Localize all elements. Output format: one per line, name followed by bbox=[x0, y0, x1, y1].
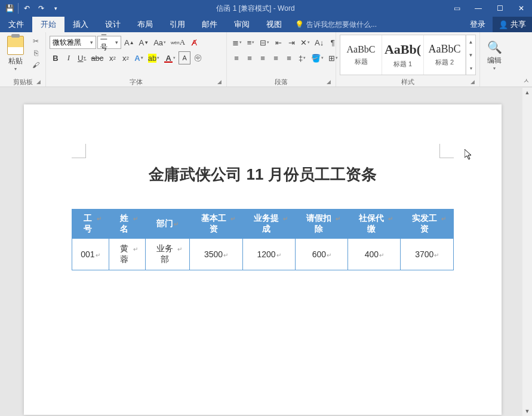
bold-button[interactable]: B bbox=[50, 51, 61, 64]
cell-net[interactable]: 3700 bbox=[415, 249, 433, 259]
decrease-indent-icon[interactable]: ⇤ bbox=[272, 36, 284, 49]
undo-icon[interactable]: ↶ bbox=[20, 1, 34, 16]
group-clipboard: 粘贴 ▾ ✂ ⎘ 🖌 剪贴板 ◢ bbox=[0, 32, 46, 87]
tell-me-placeholder: 告诉我您想要做什么... bbox=[306, 20, 377, 30]
tab-references[interactable]: 引用 bbox=[161, 17, 193, 32]
font-name-combo[interactable]: 微软雅黑 bbox=[50, 36, 96, 49]
page[interactable]: 金庸武侠公司 11 月份员工工资条 工号↵ 姓名↵ 部门↵ 基本工资↵ 业务提成… bbox=[24, 104, 502, 415]
strikethrough-button[interactable]: abc bbox=[89, 51, 105, 64]
share-button[interactable]: 👤 共享 bbox=[493, 17, 532, 32]
paste-button[interactable]: 粘贴 ▾ bbox=[4, 33, 27, 72]
cell-dept[interactable]: 业务部 bbox=[153, 244, 177, 265]
underline-button[interactable]: U▾ bbox=[76, 51, 88, 64]
style-heading2[interactable]: AaBbC 标题 2 bbox=[424, 35, 466, 75]
tab-layout[interactable]: 布局 bbox=[129, 17, 161, 32]
scroll-up-icon[interactable]: ▲ bbox=[522, 88, 532, 97]
superscript-button[interactable]: x2 bbox=[119, 51, 131, 64]
ribbon: 粘贴 ▾ ✂ ⎘ 🖌 剪贴板 ◢ 微软雅黑 二号 A▲ A▼ Aa▾ wénA … bbox=[0, 32, 532, 87]
th-id: 工号↵ bbox=[72, 209, 109, 239]
document-content[interactable]: 金庸武侠公司 11 月份员工工资条 工号↵ 姓名↵ 部门↵ 基本工资↵ 业务提成… bbox=[24, 104, 502, 270]
cell-leave[interactable]: 600 bbox=[312, 249, 326, 259]
tab-file[interactable]: 文件 bbox=[0, 17, 32, 32]
login-link[interactable]: 登录 bbox=[463, 17, 493, 32]
text-effects-icon[interactable]: A▾ bbox=[133, 51, 144, 64]
redo-icon[interactable]: ↷ bbox=[34, 1, 48, 16]
th-dept: 部门↵ bbox=[145, 209, 189, 239]
styles-dialog-launcher[interactable]: ◢ bbox=[469, 79, 476, 86]
sort-icon[interactable]: A↓ bbox=[313, 36, 325, 49]
gallery-scroll-down[interactable]: ▼ bbox=[466, 48, 475, 61]
share-label: 共享 bbox=[511, 19, 526, 30]
character-border-icon[interactable]: A bbox=[179, 51, 190, 64]
multilevel-list-icon[interactable]: ⊟▾ bbox=[258, 36, 271, 49]
highlight-icon[interactable]: ab▾ bbox=[146, 51, 161, 64]
numbering-icon[interactable]: ≡▾ bbox=[245, 36, 257, 49]
tell-me-search[interactable]: 💡 告诉我您想要做什么... bbox=[290, 17, 377, 32]
distributed-icon[interactable]: ≡ bbox=[283, 51, 295, 64]
style-gallery: AaBbC 标题 AaBb( 标题 1 AaBbC 标题 2 ▲ ▼ ▾ bbox=[340, 35, 476, 75]
ribbon-display-icon[interactable]: ▭ bbox=[446, 0, 468, 17]
cell-base[interactable]: 3500 bbox=[204, 249, 223, 259]
style-title[interactable]: AaBbC 标题 bbox=[340, 35, 382, 75]
cell-insurance[interactable]: 400 bbox=[365, 249, 379, 259]
align-center-icon[interactable]: ≡ bbox=[244, 51, 256, 64]
align-right-icon[interactable]: ≡ bbox=[257, 51, 269, 64]
vertical-scrollbar[interactable]: ▲ ▼ bbox=[522, 88, 532, 416]
font-size-combo[interactable]: 二号 bbox=[97, 36, 121, 49]
th-net: 实发工资↵ bbox=[401, 209, 454, 239]
italic-button[interactable]: I bbox=[63, 51, 75, 64]
justify-icon[interactable]: ≡ bbox=[270, 51, 282, 64]
style-heading1[interactable]: AaBb( 标题 1 bbox=[382, 35, 424, 75]
font-color-icon[interactable]: A▾ bbox=[162, 51, 177, 64]
tab-insert[interactable]: 插入 bbox=[64, 17, 97, 32]
ribbon-tabs: 文件 开始 插入 设计 布局 引用 邮件 审阅 视图 💡 告诉我您想要做什么..… bbox=[0, 17, 532, 32]
table-row[interactable]: 001↵ 黄蓉↵ 业务部↵ 3500↵ 1200↵ 600↵ 400↵ 3700… bbox=[72, 239, 454, 270]
format-painter-icon[interactable]: 🖌 bbox=[30, 60, 42, 70]
change-case-icon[interactable]: Aa▾ bbox=[152, 36, 168, 49]
scroll-track[interactable] bbox=[522, 97, 532, 406]
group-paragraph: ≣▾ ≡▾ ⊟▾ ⇤ ⇥ ✕▾ A↓ ¶ ≡ ≡ ≡ ≡ ≡ ‡▾ 🪣▾ ⊞▾ … bbox=[227, 32, 336, 87]
cell-name[interactable]: 黄蓉 bbox=[116, 244, 133, 265]
asian-layout-icon[interactable]: ✕▾ bbox=[299, 36, 312, 49]
minimize-icon[interactable]: — bbox=[468, 0, 489, 17]
clipboard-dialog-launcher[interactable]: ◢ bbox=[35, 79, 42, 86]
clear-formatting-icon[interactable]: A̸ bbox=[188, 36, 200, 49]
gallery-scroll-up[interactable]: ▲ bbox=[466, 35, 475, 48]
subscript-button[interactable]: x2 bbox=[106, 51, 118, 64]
shading-icon[interactable]: 🪣▾ bbox=[309, 51, 325, 64]
document-title[interactable]: 金庸武侠公司 11 月份员工工资条 bbox=[72, 164, 454, 185]
tab-review[interactable]: 审阅 bbox=[226, 17, 258, 32]
increase-indent-icon[interactable]: ⇥ bbox=[285, 36, 297, 49]
cut-icon[interactable]: ✂ bbox=[30, 36, 42, 47]
collapse-ribbon-icon[interactable]: ㅅ bbox=[523, 76, 530, 85]
cell-id[interactable]: 001 bbox=[81, 249, 94, 259]
group-styles: AaBbC 标题 AaBb( 标题 1 AaBbC 标题 2 ▲ ▼ ▾ bbox=[336, 32, 480, 87]
font-dialog-launcher[interactable]: ◢ bbox=[216, 79, 223, 86]
close-icon[interactable]: ✕ bbox=[511, 0, 532, 17]
tab-view[interactable]: 视图 bbox=[258, 17, 290, 32]
document-area[interactable]: 金庸武侠公司 11 月份员工工资条 工号↵ 姓名↵ 部门↵ 基本工资↵ 业务提成… bbox=[0, 88, 522, 416]
save-icon[interactable]: 💾 bbox=[2, 1, 17, 16]
payroll-table[interactable]: 工号↵ 姓名↵ 部门↵ 基本工资↵ 业务提成↵ 请假扣除↵ 社保代缴↵ 实发工资… bbox=[72, 209, 454, 270]
enclose-characters-icon[interactable]: ㊥ bbox=[192, 51, 204, 64]
table-header-row: 工号↵ 姓名↵ 部门↵ 基本工资↵ 业务提成↵ 请假扣除↵ 社保代缴↵ 实发工资… bbox=[72, 209, 454, 239]
shrink-font-icon[interactable]: A▼ bbox=[137, 36, 151, 49]
scroll-down-icon[interactable]: ▼ bbox=[522, 406, 532, 416]
bullets-icon[interactable]: ≣▾ bbox=[230, 36, 244, 49]
tab-mailings[interactable]: 邮件 bbox=[193, 17, 226, 32]
grow-font-icon[interactable]: A▲ bbox=[122, 36, 136, 49]
cell-commission[interactable]: 1200 bbox=[257, 249, 275, 259]
paragraph-dialog-launcher[interactable]: ◢ bbox=[325, 79, 332, 86]
tab-home[interactable]: 开始 bbox=[32, 17, 64, 32]
qat-customize-icon[interactable]: ▾ bbox=[48, 1, 63, 16]
line-spacing-icon[interactable]: ‡▾ bbox=[296, 51, 308, 64]
align-left-icon[interactable]: ≡ bbox=[230, 51, 242, 64]
tab-design[interactable]: 设计 bbox=[97, 17, 129, 32]
maximize-icon[interactable]: ☐ bbox=[489, 0, 511, 17]
phonetic-guide-icon[interactable]: wénA bbox=[169, 36, 187, 49]
margin-marker-tl bbox=[72, 144, 86, 158]
group-font: 微软雅黑 二号 A▲ A▼ Aa▾ wénA A̸ B I U▾ abc x2 … bbox=[46, 32, 227, 87]
gallery-expand[interactable]: ▾ bbox=[466, 61, 475, 75]
find-button[interactable]: 🔍 编辑 ▾ bbox=[484, 40, 505, 71]
copy-icon[interactable]: ⎘ bbox=[30, 48, 42, 58]
